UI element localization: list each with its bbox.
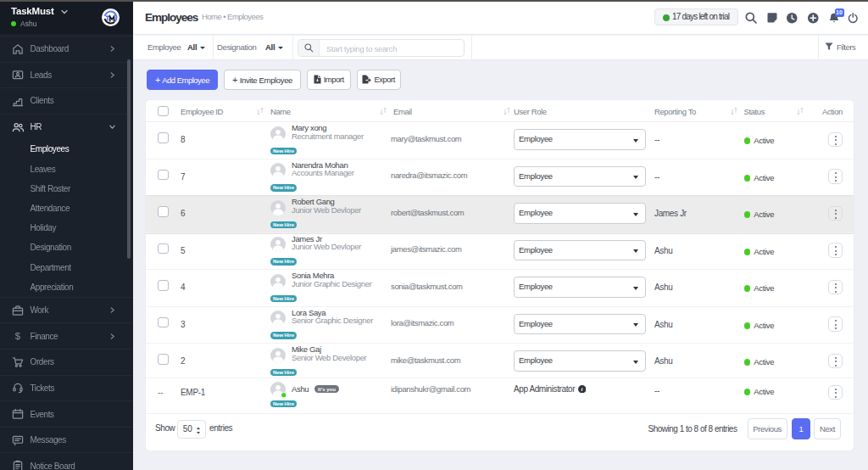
svg-text:$: $ xyxy=(15,331,21,341)
